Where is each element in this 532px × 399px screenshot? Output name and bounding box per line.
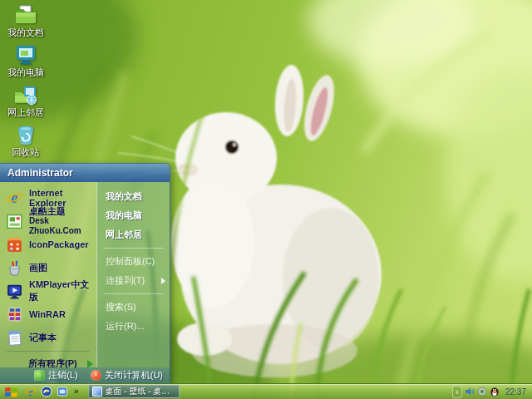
menu-item-my-documents[interactable]: 我的文档 <box>97 187 170 206</box>
menu-item-connect-to[interactable]: 连接到(T) <box>97 271 170 290</box>
desktop-icon-network-places[interactable]: 网上邻居 <box>2 83 50 117</box>
start-menu-left-column: e Internet Explorer 桌酷主题 Desk ZhuoKu.Com <box>0 182 96 367</box>
taskbar-clock[interactable]: 22:37 <box>502 387 528 397</box>
menu-item-paint[interactable]: 画图 <box>0 256 96 279</box>
zhuoku-theme-icon <box>6 213 23 230</box>
windows-flag-icon <box>4 386 18 398</box>
start-menu-separator <box>103 293 164 294</box>
menu-item-label: 网上邻居 <box>106 229 142 241</box>
menu-item-label: KMPlayer中文版 <box>29 278 95 303</box>
menu-item-run[interactable]: 运行(R)... <box>97 317 170 336</box>
menu-item-control-panel[interactable]: 控制面板(C) <box>97 252 170 271</box>
start-button[interactable] <box>0 384 22 399</box>
quick-launch-internet-explorer-icon[interactable]: e <box>25 386 37 397</box>
menu-item-label: 我的文档 <box>106 190 142 203</box>
desktop-icon-label: 网上邻居 <box>7 107 44 117</box>
internet-explorer-icon: e <box>6 190 23 207</box>
desktop-icon-label: 我的电脑 <box>7 67 44 77</box>
desktop-icon-my-computer[interactable]: 我的电脑 <box>2 43 50 77</box>
submenu-arrow-icon <box>161 278 165 284</box>
desktop-icon-label: 回收站 <box>12 147 40 157</box>
start-menu-separator <box>7 351 90 352</box>
menu-item-iconpackager[interactable]: IconPackager <box>0 233 96 256</box>
start-menu: Administrator e Internet Explorer 桌酷主题 D… <box>0 163 170 384</box>
menu-item-kmplayer[interactable]: KMPlayer中文版 <box>0 279 96 303</box>
qq-messenger-icon[interactable] <box>490 387 500 397</box>
menu-item-label: 画图 <box>29 262 47 274</box>
turn-off-computer-button[interactable]: 关闭计算机(U) <box>91 369 163 382</box>
log-off-label: 注销(L) <box>48 369 77 382</box>
menu-item-label: 运行(R)... <box>106 320 144 332</box>
start-menu-right-column: 我的文档 我的电脑 网上邻居 控制面板(C) 连接到(T) 搜索(S) 运行(R… <box>96 182 170 367</box>
tray-app-icon[interactable] <box>477 387 487 397</box>
menu-item-label: IconPackager <box>29 239 89 249</box>
quick-launch-messenger-icon[interactable] <box>57 386 68 397</box>
desktop-icon-recycle-bin[interactable]: 回收站 <box>2 123 50 157</box>
volume-icon[interactable] <box>465 387 475 397</box>
my-documents-folder-icon <box>14 3 37 27</box>
turn-off-icon <box>91 370 101 381</box>
recycle-bin-icon <box>14 123 37 146</box>
menu-item-search[interactable]: 搜索(S) <box>97 298 170 317</box>
desktop-icon-my-documents[interactable]: 我的文档 <box>2 3 50 37</box>
task-button-wallpaper-window[interactable]: 桌面 - 壁纸 - 桌酷壁... <box>88 385 180 398</box>
desktop-screen: 我的文档 我的电脑 网上邻居 回收站 Administrator <box>0 0 532 399</box>
log-off-button[interactable]: 注销(L) <box>34 369 77 382</box>
menu-item-my-computer[interactable]: 我的电脑 <box>97 206 170 225</box>
log-off-icon <box>34 370 45 381</box>
task-button-label: 桌面 - 壁纸 - 桌酷壁... <box>106 386 175 397</box>
menu-item-label: 连接到(T) <box>106 274 145 287</box>
start-menu-header: Administrator <box>0 164 170 182</box>
paint-icon <box>6 259 23 277</box>
menu-item-label: Internet Explorer <box>29 188 95 208</box>
network-places-icon <box>14 83 37 106</box>
menu-item-label: WinRAR <box>29 309 66 319</box>
all-programs-arrow-icon <box>87 360 93 368</box>
start-menu-separator <box>103 248 164 249</box>
icon-packager-icon <box>6 236 23 254</box>
quick-launch-bar: e » <box>22 386 83 397</box>
tray-collapse-chevron[interactable]: ‹ <box>452 386 462 398</box>
menu-item-winrar[interactable]: WinRAR <box>0 303 96 326</box>
svg-text:e: e <box>28 387 33 398</box>
quick-launch-overflow-chevron[interactable]: » <box>72 386 81 397</box>
menu-item-notepad[interactable]: 记事本 <box>0 326 96 349</box>
kmplayer-icon <box>6 283 23 300</box>
taskbar: e » 桌面 - 壁纸 - 桌酷壁... ‹ <box>0 383 532 399</box>
menu-item-zhuoku-theme[interactable]: 桌酷主题 Desk ZhuoKu.Com <box>0 209 96 233</box>
menu-item-label: 记事本 <box>29 332 57 344</box>
menu-item-label: 我的电脑 <box>106 209 142 222</box>
menu-item-label: 控制面板(C) <box>106 255 155 268</box>
notepad-icon <box>6 329 23 347</box>
menu-item-label: 桌酷主题 <box>29 206 95 216</box>
start-menu-body: e Internet Explorer 桌酷主题 Desk ZhuoKu.Com <box>0 182 170 367</box>
desktop-icon-label: 我的文档 <box>7 27 44 37</box>
system-tray: ‹ 22:37 <box>452 386 532 398</box>
quick-launch-media-player-icon[interactable] <box>41 386 52 397</box>
svg-text:e: e <box>12 190 18 206</box>
user-name: Administrator <box>7 167 73 179</box>
turn-off-label: 关闭计算机(U) <box>105 369 163 382</box>
menu-item-label: 搜索(S) <box>106 301 136 313</box>
image-file-icon <box>92 387 102 397</box>
menu-item-network-places[interactable]: 网上邻居 <box>97 225 170 244</box>
start-menu-footer: 注销(L) 关闭计算机(U) <box>0 367 170 383</box>
my-computer-icon <box>14 43 37 66</box>
winrar-icon <box>6 306 23 323</box>
menu-item-label-group: 桌酷主题 Desk ZhuoKu.Com <box>29 206 95 236</box>
desktop-icon-list: 我的文档 我的电脑 网上邻居 回收站 <box>2 3 50 157</box>
